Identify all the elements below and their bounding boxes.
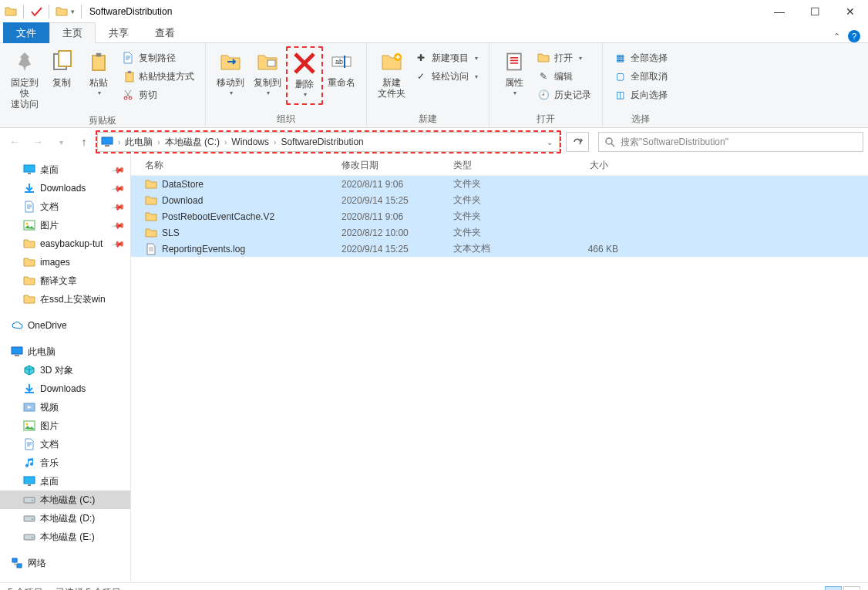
- qat-check-icon[interactable]: [30, 5, 42, 18]
- tree-item[interactable]: 音乐: [0, 453, 130, 472]
- up-button[interactable]: ↑: [74, 132, 94, 152]
- tree-network[interactable]: 网络: [0, 554, 130, 572]
- history-button[interactable]: 🕘历史记录: [537, 86, 591, 103]
- col-type[interactable]: 类型: [447, 156, 540, 175]
- tree-item[interactable]: easybackup-tut📌: [0, 234, 130, 253]
- drive-icon: [23, 512, 35, 524]
- copy-icon: [49, 49, 74, 74]
- copy-button[interactable]: 复制: [43, 46, 80, 91]
- tree-item[interactable]: images: [0, 253, 130, 271]
- tree-item[interactable]: Downloads: [0, 379, 130, 398]
- easy-access-icon: ✓: [415, 70, 427, 83]
- video-icon: [23, 401, 35, 413]
- col-size[interactable]: 大小: [540, 156, 624, 175]
- cut-button[interactable]: 剪切: [122, 86, 194, 103]
- address-bar[interactable]: › 此电脑› 本地磁盘 (C:)› Windows› SoftwareDistr…: [97, 132, 560, 152]
- folder-icon: [145, 178, 157, 190]
- delete-button[interactable]: 删除▾: [286, 46, 323, 105]
- tab-file[interactable]: 文件: [3, 22, 49, 43]
- item-count: 5 个项目: [8, 586, 43, 590]
- tree-item[interactable]: 文档📌: [0, 197, 130, 216]
- list-item[interactable]: PostRebootEventCache.V2 2020/8/11 9:06 文…: [131, 208, 868, 224]
- tree-item[interactable]: 视频: [0, 398, 130, 416]
- col-date[interactable]: 修改日期: [335, 156, 447, 175]
- copy-path-button[interactable]: 复制路径: [122, 49, 194, 66]
- move-to-button[interactable]: 移动到▾: [212, 46, 249, 102]
- group-new: 新建 文件夹 ✚新建项目▾ ✓轻松访问▾ 新建: [367, 43, 490, 127]
- title-bar: ▾ SoftwareDistribution — ☐ ✕: [0, 0, 868, 23]
- select-none-button[interactable]: ▢全部取消: [614, 68, 668, 85]
- column-headers[interactable]: 名称 修改日期 类型 大小: [131, 156, 868, 176]
- tab-view[interactable]: 查看: [142, 22, 188, 43]
- downloads-icon: [23, 383, 35, 395]
- new-folder-button[interactable]: 新建 文件夹: [373, 46, 410, 102]
- properties-icon: [502, 49, 527, 74]
- copyto-icon: [255, 49, 280, 74]
- tree-item[interactable]: 本地磁盘 (C:): [0, 491, 130, 509]
- col-name[interactable]: 名称: [139, 156, 335, 175]
- rename-button[interactable]: 重命名: [323, 46, 360, 91]
- address-dropdown[interactable]: ⌄: [543, 138, 556, 147]
- tree-item[interactable]: 桌面: [0, 472, 130, 491]
- recent-button[interactable]: ▾: [51, 132, 71, 152]
- easy-access-button[interactable]: ✓轻松访问▾: [415, 68, 478, 85]
- tab-share[interactable]: 共享: [96, 22, 142, 43]
- pin-icon: 📌: [111, 200, 126, 214]
- close-button[interactable]: ✕: [833, 0, 868, 23]
- paste-shortcut-button[interactable]: 粘贴快捷方式: [122, 68, 194, 85]
- file-list: 名称 修改日期 类型 大小 DataStore 2020/8/11 9:06 文…: [131, 156, 868, 582]
- edit-button[interactable]: ✎编辑: [537, 68, 591, 85]
- pin-quickaccess-button[interactable]: 固定到快 速访问: [6, 46, 43, 113]
- path-icon: [122, 52, 134, 64]
- refresh-button[interactable]: [566, 132, 589, 152]
- list-item[interactable]: SLS 2020/8/12 10:00 文件夹: [131, 224, 868, 241]
- tree-item[interactable]: 桌面📌: [0, 160, 130, 179]
- history-icon: 🕘: [537, 89, 550, 101]
- tree-item[interactable]: 在ssd上安装win: [0, 290, 130, 308]
- tree-item[interactable]: 翻译文章: [0, 271, 130, 290]
- collapse-ribbon-button[interactable]: ⌃: [833, 32, 840, 42]
- back-button[interactable]: ←: [5, 132, 25, 152]
- search-input[interactable]: 搜索"SoftwareDistribution": [598, 132, 863, 152]
- select-invert-button[interactable]: ◫反向选择: [614, 86, 668, 103]
- list-item[interactable]: Download 2020/9/14 15:25 文件夹: [131, 192, 868, 208]
- maximize-button[interactable]: ☐: [797, 0, 833, 23]
- tree-item[interactable]: 3D 对象: [0, 361, 130, 379]
- paste-icon: [86, 49, 111, 74]
- navigation-tree[interactable]: 桌面📌Downloads📌文档📌图片📌easybackup-tut📌images…: [0, 156, 131, 582]
- folder-icon: [56, 5, 68, 18]
- folder-icon: [145, 194, 157, 207]
- new-item-button[interactable]: ✚新建项目▾: [415, 49, 478, 66]
- details-view-button[interactable]: ☰: [825, 586, 842, 591]
- forward-button[interactable]: →: [28, 132, 48, 152]
- open-button[interactable]: 打开▾: [537, 49, 591, 66]
- copy-to-button[interactable]: 复制到▾: [249, 46, 286, 102]
- pic-icon: [23, 420, 35, 432]
- tab-home[interactable]: 主页: [49, 22, 96, 43]
- icons-view-button[interactable]: ▦: [843, 586, 860, 591]
- tree-item[interactable]: 图片📌: [0, 216, 130, 234]
- properties-button[interactable]: 属性▾: [496, 46, 533, 102]
- breadcrumb[interactable]: 本地磁盘 (C:)›: [165, 136, 232, 149]
- tree-item[interactable]: Downloads📌: [0, 179, 130, 197]
- 3d-icon: [23, 364, 35, 376]
- minimize-button[interactable]: —: [762, 0, 797, 23]
- help-button[interactable]: ?: [848, 30, 860, 42]
- breadcrumb[interactable]: SoftwareDistribution: [281, 137, 363, 147]
- tree-item[interactable]: 本地磁盘 (E:): [0, 528, 130, 546]
- breadcrumb[interactable]: Windows›: [231, 137, 281, 147]
- group-clipboard: 固定到快 速访问 复制 粘贴▾ 复制路径 粘贴快捷方式 剪切 剪贴板: [0, 43, 206, 127]
- folder-icon: [23, 238, 35, 250]
- file-icon: [145, 243, 157, 255]
- tree-item[interactable]: 本地磁盘 (D:): [0, 509, 130, 528]
- list-item[interactable]: DataStore 2020/8/11 9:06 文件夹: [131, 176, 868, 192]
- pin-icon: 📌: [111, 181, 126, 196]
- tree-item[interactable]: 文档: [0, 435, 130, 453]
- tree-item[interactable]: 图片: [0, 416, 130, 435]
- paste-button[interactable]: 粘贴▾: [80, 46, 117, 102]
- breadcrumb[interactable]: 此电脑›: [125, 136, 164, 149]
- list-item[interactable]: ReportingEvents.log 2020/9/14 15:25 文本文档…: [131, 241, 868, 257]
- select-all-button[interactable]: ▦全部选择: [614, 49, 668, 66]
- tree-thispc[interactable]: 此电脑: [0, 342, 130, 361]
- tree-onedrive[interactable]: OneDrive: [0, 316, 130, 335]
